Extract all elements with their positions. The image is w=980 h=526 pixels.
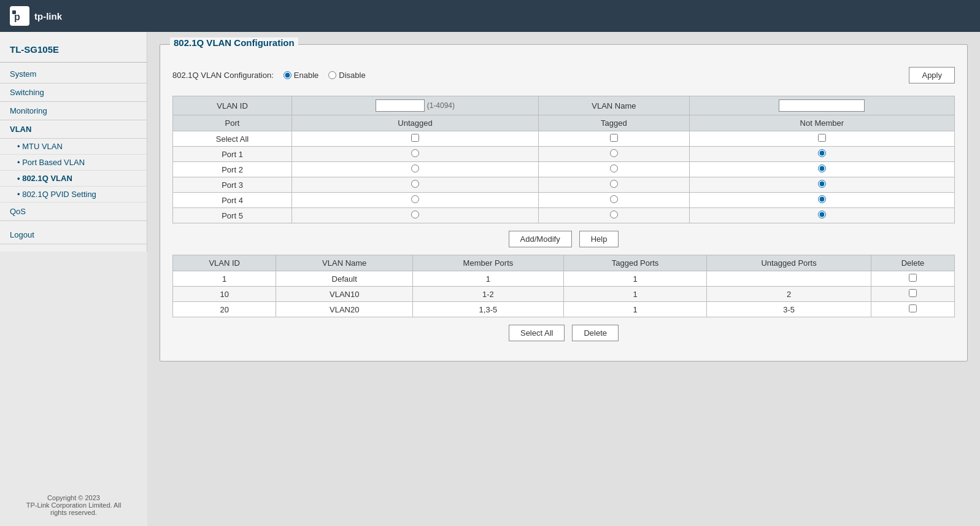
vlan20-delete-checkbox[interactable] <box>909 304 917 312</box>
vlanid-hint: (1-4094) <box>427 101 455 110</box>
list-col-taggedports: Tagged Ports <box>563 255 706 271</box>
port1-tagged-radio[interactable] <box>610 149 618 157</box>
vlan10-tagged: 1 <box>563 287 706 302</box>
port1-untagged <box>292 147 539 162</box>
logo-text: tp-link <box>34 11 62 21</box>
col-tagged-subheader: Tagged <box>539 115 690 131</box>
header: p tp-link <box>0 0 980 32</box>
sidebar-footer: Copyright © 2023 TP-Link Corporation Lim… <box>0 494 147 516</box>
vlan10-untagged: 2 <box>707 287 871 302</box>
disable-radio[interactable] <box>328 71 336 79</box>
vlan1-tagged: 1 <box>563 271 706 287</box>
enable-radio-label[interactable]: Enable <box>284 71 318 80</box>
table-row-vlan1: 1 Default 1 1 <box>173 271 955 287</box>
col-notmember-subheader: Not Member <box>689 115 954 131</box>
select-delete-btn-row: Select All Delete <box>172 325 955 341</box>
port2-label: Port 2 <box>173 162 292 177</box>
sidebar-item-8021q-vlan[interactable]: • 802.1Q VLAN <box>0 171 147 187</box>
select-all-notmember-checkbox[interactable] <box>818 134 826 142</box>
col-untagged-subheader: Untagged <box>292 115 539 131</box>
vlan20-member: 1,3-5 <box>412 302 563 317</box>
port4-untagged-radio[interactable] <box>411 195 419 203</box>
port2-untagged-radio[interactable] <box>411 164 419 172</box>
select-all-untagged-cell <box>292 131 539 147</box>
panel-title: 802.1Q VLAN Configuration <box>170 37 298 48</box>
vlan20-id: 20 <box>173 302 276 317</box>
col-vlanid-header: VLAN ID <box>173 96 292 115</box>
port4-tagged-radio[interactable] <box>610 195 618 203</box>
sidebar-item-system[interactable]: System <box>0 65 147 83</box>
disable-label: Disable <box>339 71 365 80</box>
vlan1-id: 1 <box>173 271 276 287</box>
disable-radio-label[interactable]: Disable <box>328 71 365 80</box>
vlan1-delete <box>871 271 954 287</box>
sidebar-item-mtu-vlan[interactable]: • MTU VLAN <box>0 139 147 155</box>
config-label: 802.1Q VLAN Configuration: <box>172 71 274 80</box>
port4-label: Port 4 <box>173 193 292 208</box>
list-col-vlanid: VLAN ID <box>173 255 276 271</box>
port5-notmember-radio[interactable] <box>818 211 826 219</box>
select-all-port-cell: Select All <box>173 131 292 147</box>
layout: TL-SG105E System Switching Monitoring VL… <box>0 32 980 526</box>
port2-tagged <box>539 162 690 177</box>
delete-button[interactable]: Delete <box>572 325 619 341</box>
logo-icon: p <box>10 6 29 26</box>
select-all-notmember-cell <box>689 131 954 147</box>
vlanid-input[interactable] <box>376 99 425 112</box>
sidebar-item-8021q-pvid[interactable]: • 802.1Q PVID Setting <box>0 187 147 203</box>
col-vlanid-input-header: (1-4094) <box>292 96 539 115</box>
table-row-select-all: Select All <box>173 131 955 147</box>
table-row-port3: Port 3 <box>173 177 955 193</box>
port1-notmember <box>689 147 954 162</box>
select-all-untagged-checkbox[interactable] <box>411 134 419 142</box>
sidebar-wrapper: TL-SG105E System Switching Monitoring VL… <box>0 32 147 526</box>
port3-notmember-radio[interactable] <box>818 180 826 188</box>
port5-notmember <box>689 208 954 223</box>
panel: 802.1Q VLAN Configuration 802.1Q VLAN Co… <box>160 44 968 362</box>
port3-untagged-radio[interactable] <box>411 180 419 188</box>
vlan20-tagged: 1 <box>563 302 706 317</box>
vlan1-untagged <box>707 271 871 287</box>
select-all-tagged-checkbox[interactable] <box>610 134 618 142</box>
list-col-untaggedports: Untagged Ports <box>707 255 871 271</box>
vlan10-delete-checkbox[interactable] <box>909 289 917 297</box>
port3-tagged-radio[interactable] <box>610 180 618 188</box>
list-col-vlanname: VLAN Name <box>276 255 413 271</box>
sidebar-item-port-based-vlan[interactable]: • Port Based VLAN <box>0 155 147 171</box>
sidebar-item-monitoring[interactable]: Monitoring <box>0 102 147 120</box>
svg-rect-2 <box>12 10 16 14</box>
vlan-config-table: VLAN ID (1-4094) VLAN Name <box>172 96 955 223</box>
sidebar-item-qos[interactable]: QoS <box>0 203 147 221</box>
vlan1-delete-checkbox[interactable] <box>909 274 917 282</box>
enable-radio[interactable] <box>284 71 291 79</box>
port4-tagged <box>539 193 690 208</box>
port3-label: Port 3 <box>173 177 292 193</box>
sidebar-item-logout[interactable]: Logout <box>0 226 147 244</box>
sidebar-item-switching[interactable]: Switching <box>0 83 147 102</box>
apply-button[interactable]: Apply <box>909 67 955 83</box>
port1-notmember-radio[interactable] <box>818 149 826 157</box>
table-row-vlan10: 10 VLAN10 1-2 1 2 <box>173 287 955 302</box>
port2-tagged-radio[interactable] <box>610 164 618 172</box>
port1-label: Port 1 <box>173 147 292 162</box>
port4-untagged <box>292 193 539 208</box>
port1-untagged-radio[interactable] <box>411 149 419 157</box>
vlan10-name: VLAN10 <box>276 287 413 302</box>
list-col-memberports: Member Ports <box>412 255 563 271</box>
port3-tagged <box>539 177 690 193</box>
port2-notmember-radio[interactable] <box>818 164 826 172</box>
vlan1-member: 1 <box>412 271 563 287</box>
port5-tagged <box>539 208 690 223</box>
port5-untagged-radio[interactable] <box>411 211 419 219</box>
port5-untagged <box>292 208 539 223</box>
add-modify-button[interactable]: Add/Modify <box>509 231 572 247</box>
port5-tagged-radio[interactable] <box>610 211 618 219</box>
device-name: TL-SG105E <box>0 39 147 63</box>
vlan-mode-radio-group: Enable Disable <box>284 71 366 80</box>
add-modify-btn-row: Add/Modify Help <box>172 231 955 247</box>
port4-notmember-radio[interactable] <box>818 195 826 203</box>
port4-notmember <box>689 193 954 208</box>
vlanname-input[interactable] <box>779 99 865 112</box>
select-all-button[interactable]: Select All <box>509 325 565 341</box>
help-button[interactable]: Help <box>579 231 619 247</box>
